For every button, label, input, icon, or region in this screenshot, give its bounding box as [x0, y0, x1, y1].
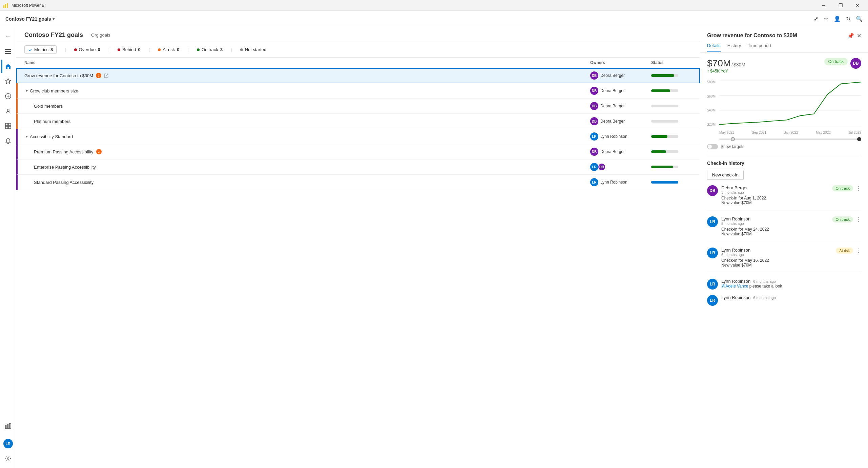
table-row[interactable]: Platinum members DB Debra Berger — [16, 114, 700, 129]
metrics-icon[interactable] — [1, 419, 15, 433]
show-targets-toggle[interactable]: Show targets — [707, 144, 861, 149]
metric-status-badge: On track — [824, 58, 848, 65]
table-row[interactable]: Gold members DB Debra Berger — [16, 99, 700, 114]
table-row[interactable]: ▾ Grow club members size DB Debra Berger — [16, 83, 700, 99]
col-header-name: Name — [24, 60, 590, 65]
svg-rect-14 — [9, 423, 11, 429]
avatar: LR — [590, 163, 598, 171]
favorite-icon[interactable]: ☆ — [824, 16, 828, 22]
avatar: DB — [590, 87, 598, 95]
chart-range-slider[interactable] — [719, 139, 861, 140]
share-icon[interactable]: 👤 — [834, 16, 841, 22]
checkin-name: Lynn Robinson — [721, 248, 832, 253]
checkin-more-icon[interactable]: ⋮ — [856, 185, 861, 192]
search-icon[interactable]: 🔍 — [856, 16, 863, 22]
filter-overdue-count: 0 — [98, 47, 100, 52]
svg-rect-0 — [3, 5, 4, 8]
apps-icon[interactable] — [1, 119, 15, 133]
goal-owner: DB Debra Berger — [590, 102, 651, 110]
table-row[interactable]: Standard Passing Accessibility LR Lynn R… — [16, 175, 700, 190]
panel-pin-icon[interactable]: 📌 — [847, 33, 854, 39]
panel-close-icon[interactable]: ✕ — [857, 33, 861, 39]
goal-status — [651, 150, 692, 153]
favorites-icon[interactable] — [1, 75, 15, 88]
user-avatar-sidebar[interactable]: LR — [1, 437, 15, 450]
filter-metrics-count: 8 — [50, 47, 53, 52]
back-button[interactable]: ← — [1, 30, 15, 43]
checkin-item: DB Debra Berger 3 months ago Check-in fo… — [707, 185, 861, 211]
check-icon — [28, 48, 32, 52]
toggle-switch[interactable] — [707, 144, 718, 149]
top-nav-icons: ⤢ ☆ 👤 ↻ 🔍 — [814, 16, 863, 22]
goal-status — [651, 181, 692, 184]
page-header: Contoso FY21 goals Org goals — [16, 27, 700, 42]
checkin-status-badge: At risk — [836, 248, 853, 254]
filter-on-track-label: On track — [202, 47, 218, 52]
col-header-owners: Owners — [590, 60, 651, 65]
filter-overdue[interactable]: Overdue 0 — [74, 47, 100, 52]
svg-rect-4 — [5, 51, 11, 52]
app-title: Microsoft Power BI — [12, 3, 816, 8]
table-row[interactable]: ▾ Accessibility Standard LR Lynn Robinso… — [16, 129, 700, 144]
filter-not-started[interactable]: Not started — [240, 47, 267, 52]
settings-icon[interactable] — [1, 452, 15, 465]
goal-owner: LR DB — [590, 163, 651, 171]
people-icon[interactable] — [1, 104, 15, 118]
filter-behind[interactable]: Behind 0 — [118, 47, 141, 52]
metric-section: $70M / $30M ↑ $45K YoY On track DB — [707, 58, 861, 73]
tab-history[interactable]: History — [727, 43, 741, 52]
minimize-button[interactable]: ─ — [816, 0, 831, 11]
goal-name: Grow revenue for Contoso to $30M 2 — [24, 73, 590, 78]
notifications-icon[interactable] — [1, 134, 15, 148]
goal-name: Enterprise Passing Accessibility — [34, 165, 590, 170]
metric-target-value2: $30M — [733, 62, 745, 67]
comment-author: Lynn Robinson — [721, 295, 750, 300]
behind-dot — [118, 48, 120, 51]
new-checkin-button[interactable]: New check-in — [707, 170, 744, 180]
table-row[interactable]: Premium Passing Accessibility 2 DB Debra… — [16, 144, 700, 159]
filter-on-track-count: 3 — [220, 47, 223, 52]
checkin-avatar: LR — [707, 248, 718, 258]
checkin-more-icon[interactable]: ⋮ — [856, 248, 861, 254]
chart-y-label: $60M — [707, 94, 719, 98]
slider-handle-right[interactable] — [857, 137, 861, 141]
svg-rect-9 — [8, 123, 11, 126]
tab-time-period[interactable]: Time period — [748, 43, 771, 52]
refresh-icon[interactable]: ↻ — [846, 16, 850, 22]
svg-rect-1 — [5, 4, 6, 8]
comment-item: LR Lynn Robinson 6 months ago @Adele Van… — [707, 279, 861, 290]
menu-icon[interactable] — [1, 45, 15, 58]
home-icon[interactable] — [1, 60, 15, 73]
report-title[interactable]: Contoso FY21 goals ▾ — [5, 16, 55, 22]
goal-owner: DB Debra Berger — [590, 71, 651, 80]
page-title: Contoso FY21 goals — [24, 31, 83, 39]
at-risk-dot — [158, 48, 161, 51]
goal-status — [651, 74, 692, 77]
filter-behind-label: Behind — [122, 47, 136, 52]
filter-overdue-label: Overdue — [79, 47, 96, 52]
checkin-avatar: DB — [707, 185, 718, 196]
restore-button[interactable]: ❐ — [833, 0, 848, 11]
table-row[interactable]: Grow revenue for Contoso to $30M 2 DB De… — [16, 68, 700, 83]
checkin-name: Debra Berger — [721, 185, 829, 190]
on-track-dot — [197, 48, 200, 51]
comment-text: @Adele Vance please take a look — [721, 284, 861, 289]
expand-icon[interactable]: ⤢ — [814, 16, 818, 22]
collapse-icon: ▾ — [26, 134, 28, 139]
chart-y-label: $80M — [707, 80, 719, 84]
goal-status — [651, 105, 692, 107]
tab-org-goals[interactable]: Org goals — [88, 31, 113, 39]
tab-details[interactable]: Details — [707, 43, 721, 52]
checkin-more-icon[interactable]: ⋮ — [856, 216, 861, 223]
table-row[interactable]: Enterprise Passing Accessibility LR DB — [16, 159, 700, 175]
avatar: DB — [590, 102, 598, 110]
close-button[interactable]: ✕ — [850, 0, 865, 11]
create-icon[interactable] — [1, 89, 15, 103]
slider-handle-left[interactable] — [731, 137, 735, 141]
filter-metrics[interactable]: Metrics 8 — [24, 45, 57, 54]
filter-behind-count: 0 — [138, 47, 141, 52]
checkin-history-header: Check-in history — [707, 161, 861, 166]
filter-at-risk[interactable]: At risk 0 — [158, 47, 179, 52]
filter-on-track[interactable]: On track 3 — [197, 47, 223, 52]
left-sidebar: ← — [0, 27, 16, 468]
